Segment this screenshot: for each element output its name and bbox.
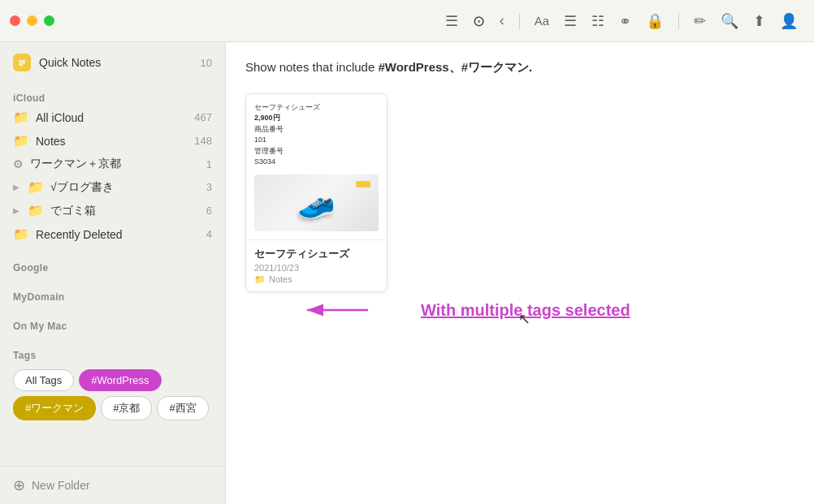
trash-label: でゴミ箱	[50, 204, 200, 218]
google-header: Google	[0, 259, 225, 275]
font-icon[interactable]: Aa	[535, 14, 549, 28]
lock-icon[interactable]: 🔒	[646, 12, 664, 30]
blog-count: 3	[206, 181, 212, 193]
gear-icon-workman: ⚙	[13, 157, 24, 170]
main-area: Quick Notes 10 iCloud 📁 All iCloud 467 📁…	[0, 42, 814, 504]
icloud-header: iCloud	[0, 89, 225, 106]
sidebar-item-workman-kyoto[interactable]: ⚙ ワークマン＋京都 1	[0, 153, 225, 175]
tags-section: Tags All Tags #WordPress #ワークマン #京都 #西宮	[0, 340, 225, 435]
new-folder-label: New Folder	[32, 479, 90, 492]
sidebar-item-notes[interactable]: 📁 Notes 148	[0, 129, 225, 153]
tag-all-tags[interactable]: All Tags	[13, 369, 74, 391]
workman-kyoto-label: ワークマン＋京都	[30, 157, 200, 171]
annotation-container: With multiple tags selected	[299, 294, 630, 326]
compose-icon[interactable]: ✏	[694, 12, 706, 30]
recently-deleted-label: Recently Deleted	[36, 228, 200, 241]
toolbar-right: ☰ ⊙ ‹ Aa ☰ ☷ ⚭ 🔒 ✏ 🔍 ⬆ 👤	[54, 12, 804, 30]
new-folder-icon: ⊕	[13, 476, 25, 494]
folder-emoji: 📁	[254, 274, 266, 285]
note-card-date: 2021/10/23	[254, 263, 379, 273]
tag-kyoto[interactable]: #京都	[101, 396, 152, 420]
quick-notes-section: Quick Notes 10	[0, 42, 225, 83]
sidebar-item-all-icloud[interactable]: 📁 All iCloud 467	[0, 106, 225, 129]
sidebar-item-recently-deleted[interactable]: 📁 Recently Deleted 4	[0, 222, 225, 246]
table-icon[interactable]: ☷	[591, 12, 604, 30]
trash-count: 6	[206, 205, 212, 217]
quick-notes-icon	[13, 54, 31, 71]
folder-icon-recently-deleted: 📁	[13, 226, 29, 242]
note-card-info: セーフティシューズ 2021/10/23 📁 Notes	[246, 240, 387, 291]
blog-label: √ブログ書き	[50, 180, 200, 195]
quick-notes-item[interactable]: Quick Notes 10	[0, 49, 225, 76]
chevron-trash: ▶	[13, 206, 19, 215]
back-icon[interactable]: ‹	[500, 12, 504, 29]
mydomain-section: MyDomain	[0, 282, 225, 311]
checklist-icon[interactable]: ☰	[564, 12, 577, 30]
icloud-section: iCloud 📁 All iCloud 467 📁 Notes 148 ⚙ ワー…	[0, 83, 225, 252]
search-icon[interactable]: 🔍	[721, 12, 738, 30]
tags-row-1: All Tags #WordPress	[13, 369, 212, 391]
sidebar-bottom: ⊕ New Folder	[0, 466, 225, 504]
google-section: Google	[0, 252, 225, 282]
folder-icon-blog: 📁	[28, 179, 44, 195]
close-button[interactable]	[10, 15, 20, 26]
tags-row-2: #ワークマン #京都 #西宮	[13, 396, 212, 420]
folder-icon-all-icloud: 📁	[13, 110, 29, 125]
folder-name: Notes	[269, 274, 292, 284]
annotation-arrow-svg	[299, 294, 372, 326]
shoe-image: 👟	[254, 174, 379, 231]
separator-2	[678, 13, 679, 29]
preview-line-3: 商品番号	[254, 124, 379, 136]
grid-view-icon[interactable]: ⊙	[473, 12, 485, 30]
all-icloud-count: 467	[194, 111, 212, 123]
quick-notes-count: 10	[201, 57, 212, 69]
search-desc-prefix: Show notes that include	[245, 60, 378, 74]
collab-icon[interactable]: 👤	[780, 12, 798, 30]
tag-nishinomiya[interactable]: #西宮	[157, 396, 208, 420]
sidebar-item-trash[interactable]: ▶ 📁 でゴミ箱 6	[0, 199, 225, 222]
search-description: Show notes that include #WordPress、#ワークマ…	[245, 58, 795, 77]
mydomain-header: MyDomain	[0, 288, 225, 304]
preview-line-4: 101	[254, 135, 379, 146]
sidebar-item-blog[interactable]: ▶ 📁 √ブログ書き 3	[0, 175, 225, 199]
sidebar: Quick Notes 10 iCloud 📁 All iCloud 467 📁…	[0, 42, 226, 504]
tag-workman[interactable]: #ワークマン	[13, 396, 96, 420]
folder-icon-trash: 📁	[28, 203, 44, 218]
title-bar: ☰ ⊙ ‹ Aa ☰ ☷ ⚭ 🔒 ✏ 🔍 ⬆ 👤	[0, 0, 814, 42]
note-preview-image: 👟	[254, 174, 379, 231]
all-icloud-label: All iCloud	[36, 111, 188, 124]
note-card-title: セーフティシューズ	[254, 247, 379, 261]
tags-header: Tags	[13, 350, 212, 361]
shoe-highlight	[356, 181, 370, 187]
new-folder-button[interactable]: ⊕ New Folder	[13, 476, 212, 494]
content-area: Show notes that include #WordPress、#ワークマ…	[226, 42, 814, 504]
note-card[interactable]: セーフティシューズ 2,900円 商品番号 101 管理番号 S3034 👟	[245, 93, 388, 292]
content-body: Show notes that include #WordPress、#ワークマ…	[226, 42, 814, 504]
annotation-text: With multiple tags selected	[421, 301, 630, 320]
preview-line-5: 管理番号	[254, 146, 379, 157]
preview-line-6: S3034	[254, 157, 379, 168]
chevron-blog: ▶	[13, 183, 19, 192]
note-card-preview: セーフティシューズ 2,900円 商品番号 101 管理番号 S3034 👟	[246, 94, 387, 240]
list-view-icon[interactable]: ☰	[445, 12, 458, 30]
notes-label: Notes	[36, 135, 188, 148]
maximize-button[interactable]	[44, 15, 54, 26]
shoe-emoji: 👟	[297, 185, 336, 221]
onmymac-header: On My Mac	[0, 317, 225, 334]
quick-notes-label: Quick Notes	[39, 56, 201, 69]
preview-line-1: セーフティシューズ	[254, 102, 379, 114]
minimize-button[interactable]	[27, 15, 37, 26]
attachment-icon[interactable]: ⚭	[619, 12, 631, 30]
note-card-folder: 📁 Notes	[254, 274, 379, 285]
tag-wordpress[interactable]: #WordPress	[79, 369, 161, 391]
separator-1	[519, 13, 520, 29]
share-icon[interactable]: ⬆	[753, 12, 765, 30]
recently-deleted-count: 4	[206, 228, 212, 240]
workman-kyoto-count: 1	[206, 158, 212, 170]
note-preview-text: セーフティシューズ 2,900円 商品番号 101 管理番号 S3034	[254, 102, 379, 168]
folder-icon-notes: 📁	[13, 133, 29, 149]
search-tags: #WordPress、#ワークマン.	[378, 60, 532, 74]
notes-count: 148	[194, 135, 212, 147]
window-controls	[10, 15, 54, 26]
onmymac-section: On My Mac	[0, 311, 225, 340]
